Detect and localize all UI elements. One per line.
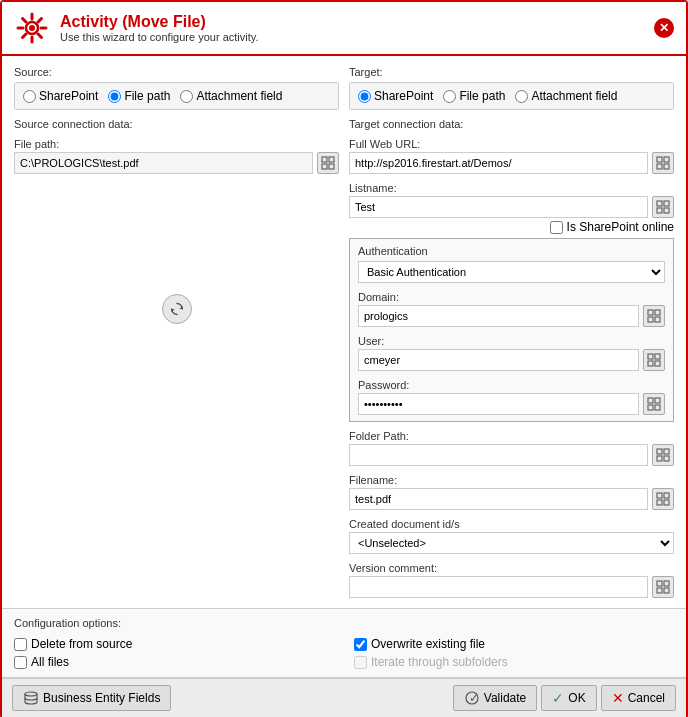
folder-path-picker[interactable] bbox=[652, 444, 674, 466]
source-attachment-option[interactable]: Attachment field bbox=[180, 89, 282, 103]
user-input[interactable] bbox=[358, 349, 639, 371]
auth-select[interactable]: Basic Authentication Windows Authenticat… bbox=[358, 261, 665, 283]
svg-rect-40 bbox=[657, 493, 662, 498]
auth-title: Authentication bbox=[358, 245, 665, 257]
svg-rect-24 bbox=[648, 310, 653, 315]
created-doc-select[interactable]: <Unselected> bbox=[349, 532, 674, 554]
url-picker-icon bbox=[656, 156, 670, 170]
target-filepath-radio[interactable] bbox=[443, 90, 456, 103]
svg-text:✓: ✓ bbox=[468, 691, 478, 705]
dialog-body: Source: SharePoint File path Attachment … bbox=[2, 56, 686, 608]
svg-rect-29 bbox=[655, 354, 660, 359]
source-file-path-input[interactable] bbox=[14, 152, 313, 174]
ok-check-icon: ✓ bbox=[552, 690, 564, 706]
sync-icon bbox=[170, 302, 184, 316]
iterate-checkbox[interactable] bbox=[354, 656, 367, 669]
target-radio-group: SharePoint File path Attachment field bbox=[349, 82, 674, 110]
target-column: Target: SharePoint File path Attachment … bbox=[349, 66, 674, 598]
is-online-row: Is SharePoint online bbox=[349, 220, 674, 234]
svg-rect-33 bbox=[655, 398, 660, 403]
svg-rect-16 bbox=[657, 157, 662, 162]
version-comment-row bbox=[349, 576, 674, 598]
user-picker-icon bbox=[647, 353, 661, 367]
config-right: Overwrite existing file Iterate through … bbox=[354, 633, 674, 669]
target-attachment-radio[interactable] bbox=[515, 90, 528, 103]
svg-rect-25 bbox=[655, 310, 660, 315]
ok-button[interactable]: ✓ OK bbox=[541, 685, 596, 711]
footer-right: ✓ Validate ✓ OK ✕ Cancel bbox=[453, 685, 676, 711]
password-picker[interactable] bbox=[643, 393, 665, 415]
folder-path-label: Folder Path: bbox=[349, 430, 674, 442]
source-conn-label: Source connection data: bbox=[14, 118, 339, 130]
svg-rect-21 bbox=[664, 201, 669, 206]
overwrite-checkbox[interactable] bbox=[354, 638, 367, 651]
source-sharepoint-radio[interactable] bbox=[23, 90, 36, 103]
overwrite-label: Overwrite existing file bbox=[371, 637, 485, 651]
filename-picker[interactable] bbox=[652, 488, 674, 510]
source-file-path-label: File path: bbox=[14, 138, 339, 150]
svg-line-5 bbox=[23, 19, 27, 23]
delete-source-checkbox[interactable] bbox=[14, 638, 27, 651]
target-listname-picker[interactable] bbox=[652, 196, 674, 218]
dialog-subtitle: Use this wizard to configure your activi… bbox=[60, 31, 258, 43]
version-comment-input[interactable] bbox=[349, 576, 648, 598]
is-online-checkbox[interactable] bbox=[550, 221, 563, 234]
sync-button[interactable] bbox=[162, 294, 192, 324]
folder-path-input[interactable] bbox=[349, 444, 648, 466]
all-files-checkbox[interactable] bbox=[14, 656, 27, 669]
business-entity-button[interactable]: Business Entity Fields bbox=[12, 685, 171, 711]
source-sharepoint-option[interactable]: SharePoint bbox=[23, 89, 98, 103]
password-picker-icon bbox=[647, 397, 661, 411]
target-sharepoint-label: SharePoint bbox=[374, 89, 433, 103]
created-doc-row: <Unselected> bbox=[349, 532, 674, 554]
iterate-label: Iterate through subfolders bbox=[371, 655, 508, 669]
domain-row bbox=[358, 305, 665, 327]
target-filepath-option[interactable]: File path bbox=[443, 89, 505, 103]
target-label: Target: bbox=[349, 66, 674, 78]
target-sharepoint-option[interactable]: SharePoint bbox=[358, 89, 433, 103]
user-picker[interactable] bbox=[643, 349, 665, 371]
validate-button[interactable]: ✓ Validate bbox=[453, 685, 537, 711]
header-left: Activity (Move File) Use this wizard to … bbox=[14, 10, 258, 46]
source-attachment-radio[interactable] bbox=[180, 90, 193, 103]
version-picker[interactable] bbox=[652, 576, 674, 598]
source-sharepoint-label: SharePoint bbox=[39, 89, 98, 103]
target-url-picker[interactable] bbox=[652, 152, 674, 174]
svg-rect-19 bbox=[664, 164, 669, 169]
svg-point-48 bbox=[25, 692, 37, 696]
config-columns: Delete from source All files Overwrite e… bbox=[14, 633, 674, 669]
source-filepath-option[interactable]: File path bbox=[108, 89, 170, 103]
filename-picker-icon bbox=[656, 492, 670, 506]
target-attachment-option[interactable]: Attachment field bbox=[515, 89, 617, 103]
password-input[interactable] bbox=[358, 393, 639, 415]
svg-rect-13 bbox=[329, 164, 334, 169]
source-file-path-picker[interactable] bbox=[317, 152, 339, 174]
domain-input[interactable] bbox=[358, 305, 639, 327]
target-sharepoint-radio[interactable] bbox=[358, 90, 371, 103]
target-url-label: Full Web URL: bbox=[349, 138, 674, 150]
svg-rect-30 bbox=[648, 361, 653, 366]
filename-label: Filename: bbox=[349, 474, 674, 486]
svg-marker-14 bbox=[179, 306, 182, 309]
domain-picker[interactable] bbox=[643, 305, 665, 327]
cancel-button[interactable]: ✕ Cancel bbox=[601, 685, 676, 711]
delete-source-label: Delete from source bbox=[31, 637, 132, 651]
dialog-header: Activity (Move File) Use this wizard to … bbox=[2, 2, 686, 56]
target-listname-input[interactable] bbox=[349, 196, 648, 218]
domain-label: Domain: bbox=[358, 291, 665, 303]
target-url-input[interactable] bbox=[349, 152, 648, 174]
filename-input[interactable] bbox=[349, 488, 648, 510]
footer-left: Business Entity Fields bbox=[12, 685, 171, 711]
iterate-row: Iterate through subfolders bbox=[354, 655, 674, 669]
source-filepath-radio[interactable] bbox=[108, 90, 121, 103]
close-button[interactable]: ✕ bbox=[654, 18, 674, 38]
target-attachment-label: Attachment field bbox=[531, 89, 617, 103]
svg-rect-45 bbox=[664, 581, 669, 586]
svg-line-7 bbox=[38, 19, 42, 23]
target-filepath-label: File path bbox=[459, 89, 505, 103]
svg-rect-23 bbox=[664, 208, 669, 213]
listname-picker-icon bbox=[656, 200, 670, 214]
svg-rect-43 bbox=[664, 500, 669, 505]
ok-label: OK bbox=[568, 691, 585, 705]
version-comment-label: Version comment: bbox=[349, 562, 674, 574]
